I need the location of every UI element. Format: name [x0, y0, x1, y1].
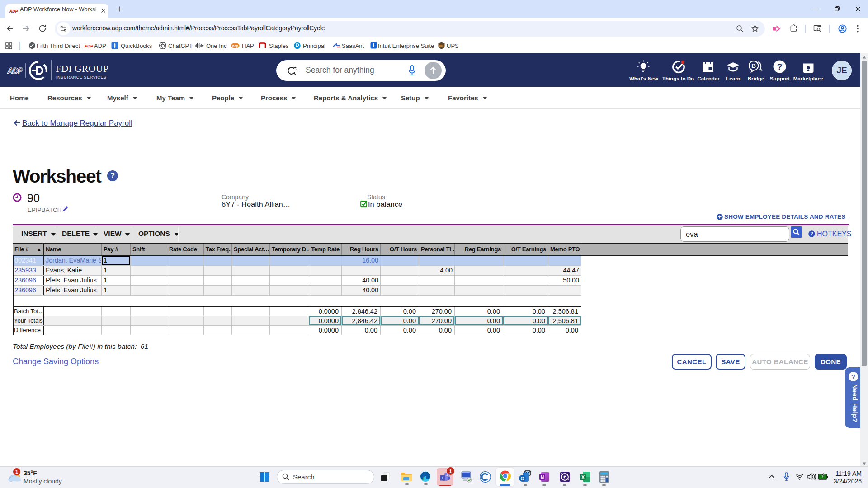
svg-text:N: N — [541, 475, 544, 480]
svg-text:?: ? — [777, 62, 783, 71]
svg-text:ADP: ADP — [84, 43, 93, 48]
svg-text:hap: hap — [232, 44, 239, 48]
svg-text:O: O — [520, 476, 524, 481]
svg-text:ups: ups — [439, 44, 444, 47]
svg-text:?: ? — [810, 231, 813, 236]
svg-text:T: T — [441, 476, 444, 480]
svg-text:X: X — [581, 474, 585, 480]
svg-text:B: B — [751, 62, 756, 69]
svg-text:ADP: ADP — [9, 9, 18, 14]
svg-text:ADP: ADP — [7, 66, 23, 75]
